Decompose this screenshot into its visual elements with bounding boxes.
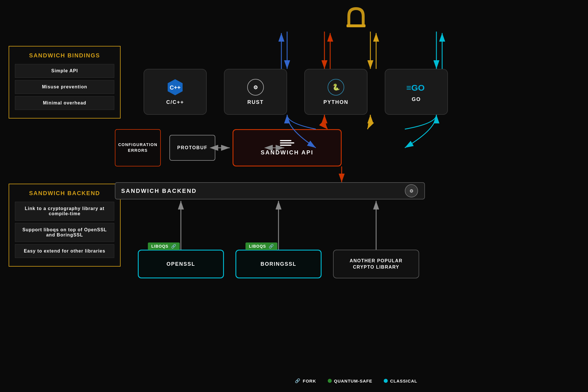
legend-classical-label: CLASSICAL [390,379,417,383]
api-line-1 [280,140,291,141]
lang-python-label: PYTHON [323,99,348,105]
svg-text:⚙: ⚙ [253,85,258,90]
api-lines-icon [280,140,294,146]
lang-box-python: 🐍 PYTHON [304,69,368,115]
liboqs-boringssl-badge: LIBOQS 🔗 [245,242,277,250]
binding-item-overhead: Minimal overhead [15,96,114,110]
fork-icon-openssl: 🔗 [171,244,176,249]
backend-item-extend: Easy to extend for other libraries [15,244,114,258]
backend-item-liboqs: Support liboqs on top of OpenSSL and Bor… [15,223,114,242]
svg-text:C++: C++ [170,84,181,91]
sandwich-api-box: SANDWICH API [233,129,342,166]
svg-text:🐍: 🐍 [332,83,340,91]
liboqs-boringssl-label: LIBOQS [249,244,266,249]
lib-boringssl-label: BORINGSSL [260,261,296,267]
fork-icon-boringssl: 🔗 [269,244,274,249]
legend-fork: 🔗 FORK [295,378,316,383]
go-icon: ≡GO [405,81,428,93]
config-errors-label: CONFIGURATIONERRORS [118,142,158,153]
fork-icon-legend: 🔗 [295,378,301,383]
sandwich-api-label: SANDWICH API [261,149,314,156]
legend-quantum-safe: QUANTUM-SAFE [328,379,372,383]
lang-box-cpp: C++ C/C++ [144,69,207,115]
sandwich-backend-panel: SANDWICH BACKEND Link to a cryptography … [9,184,121,267]
api-line-3 [280,145,291,146]
classical-dot [384,379,388,383]
backend-rust-icon: ⚙ [404,184,419,198]
lib-openssl-label: OPENSSL [167,261,195,267]
quantum-safe-dot [328,379,332,383]
legend-fork-label: FORK [303,379,316,383]
backend-main-box: SANDWICH BACKEND ⚙ [115,182,425,199]
lang-go-label: GO [412,96,421,102]
main-diagram: C++ C/C++ ⚙ RUST 🐍 PYTHON ≡GO GO CONFIGU… [132,0,580,392]
bindings-panel-title: SANDWICH BINDINGS [15,52,114,59]
lib-another-box: ANOTHER POPULARCRYPTO LIBRARY [333,250,419,278]
rust-icon: ⚙ [247,79,264,96]
svg-text:≡GO: ≡GO [406,83,425,92]
sandwich-bindings-panel: SANDWICH BINDINGS Simple API Misuse prev… [9,46,121,119]
sandwich-logo [343,4,369,31]
binding-item-simple-api: Simple API [15,64,114,78]
lib-another-label: ANOTHER POPULARCRYPTO LIBRARY [350,258,403,271]
lang-box-go: ≡GO GO [385,69,448,115]
protobuf-label: PROTOBUF [177,145,207,150]
backend-item-link: Link to a cryptography library at compil… [15,202,114,221]
lib-boringssl-box: BORINGSSL [235,250,322,278]
python-icon: 🐍 [327,79,345,96]
backend-panel-title: SANDWICH BACKEND [15,190,114,197]
svg-rect-0 [347,24,365,27]
svg-text:⚙: ⚙ [409,189,413,193]
legend-quantum-safe-label: QUANTUM-SAFE [334,379,372,383]
lang-box-rust: ⚙ RUST [224,69,287,115]
legend-classical: CLASSICAL [384,379,417,383]
lang-rust-label: RUST [247,99,264,105]
legend: 🔗 FORK QUANTUM-SAFE CLASSICAL [295,378,417,383]
protobuf-box: PROTOBUF [169,135,215,161]
binding-item-misuse: Misuse prevention [15,80,114,94]
liboqs-openssl-badge: LIBOQS 🔗 [148,242,180,250]
liboqs-openssl-label: LIBOQS [151,244,169,249]
lang-cpp-label: C/C++ [166,99,184,105]
backend-main-label: SANDWICH BACKEND [121,188,197,194]
lib-openssl-box: OPENSSL [138,250,224,278]
api-line-2 [280,142,294,143]
config-errors-box: CONFIGURATIONERRORS [115,129,161,166]
cpp-icon: C++ [167,79,184,96]
